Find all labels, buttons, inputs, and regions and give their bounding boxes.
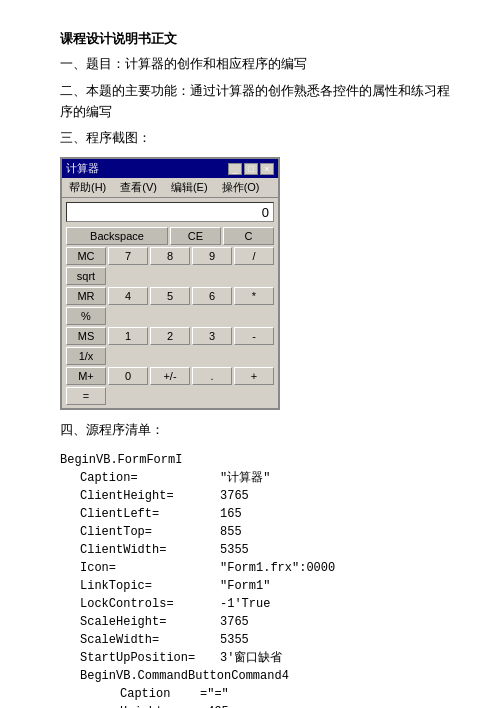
code-linktopic-val: "Form1"	[220, 577, 270, 595]
section-4: 四、源程序清单：	[60, 420, 450, 441]
btn-mr[interactable]: MR	[66, 287, 106, 305]
code-scalewidth-val: 5355	[220, 631, 249, 649]
btn-8[interactable]: 8	[150, 247, 190, 265]
code-caption-val: "计算器"	[220, 469, 270, 487]
code-clientheight-val: 3765	[220, 487, 249, 505]
section-1: 一、题目：计算器的创作和相应程序的编写	[60, 54, 450, 75]
code-icon-val: "Form1.frx":0000	[220, 559, 335, 577]
titlebar: 计算器 _ □ ×	[62, 159, 278, 178]
btn-backspace[interactable]: Backspace	[66, 227, 168, 245]
code-lockcontrols: LockControls= -1'True	[60, 595, 450, 613]
btn-equals[interactable]: =	[66, 387, 106, 405]
code-scalewidth-key: ScaleWidth=	[80, 631, 220, 649]
code-clientheight: ClientHeight= 3765	[60, 487, 450, 505]
menu-edit[interactable]: 编辑(E)	[168, 179, 211, 196]
code-scalewidth: ScaleWidth= 5355	[60, 631, 450, 649]
code-lockcontrols-val: -1'True	[220, 595, 270, 613]
section-3: 三、程序截图：	[60, 128, 450, 149]
menu-operation[interactable]: 操作(O)	[219, 179, 263, 196]
btn-multiply[interactable]: *	[234, 287, 274, 305]
calc-buttons: Backspace CE C MC 7 8 9 / sqrt MR 4 5 6 …	[62, 224, 278, 408]
btn-1[interactable]: 1	[108, 327, 148, 345]
code-clientleft: ClientLeft= 165	[60, 505, 450, 523]
calc-display: 0	[66, 202, 274, 222]
btn-sqrt[interactable]: sqrt	[66, 267, 106, 285]
btn-subtract[interactable]: -	[234, 327, 274, 345]
code-icon-key: Icon=	[80, 559, 220, 577]
code-cmd4-caption-val: ="="	[200, 685, 229, 703]
code-clientwidth-key: ClientWidth=	[80, 541, 220, 559]
code-clientheight-key: ClientHeight=	[80, 487, 220, 505]
btn-mc[interactable]: MC	[66, 247, 106, 265]
code-cmd4-caption: Caption ="="	[60, 685, 450, 703]
screenshot-area: 计算器 _ □ × 帮助(H) 查看(V) 编辑(E) 操作(O) 0 Back…	[60, 157, 450, 410]
menu-view[interactable]: 查看(V)	[117, 179, 160, 196]
btn-add[interactable]: +	[234, 367, 274, 385]
code-command4-begin-text: BeginVB.CommandButtonCommand4	[80, 667, 289, 685]
btn-ce[interactable]: CE	[170, 227, 221, 245]
code-clientleft-key: ClientLeft=	[80, 505, 220, 523]
btn-6[interactable]: 6	[192, 287, 232, 305]
code-lockcontrols-key: LockControls=	[80, 595, 220, 613]
btn-dot[interactable]: .	[192, 367, 232, 385]
btn-plusminus[interactable]: +/-	[150, 367, 190, 385]
btn-3[interactable]: 3	[192, 327, 232, 345]
menubar: 帮助(H) 查看(V) 编辑(E) 操作(O)	[62, 178, 278, 198]
btn-row-1: Backspace CE C	[66, 227, 274, 245]
window-controls: _ □ ×	[228, 163, 274, 175]
code-caption: Caption= "计算器"	[60, 469, 450, 487]
code-scaleheight-key: ScaleHeight=	[80, 613, 220, 631]
source-code-block: BeginVB.FormFormI Caption= "计算器" ClientH…	[60, 451, 450, 708]
btn-4[interactable]: 4	[108, 287, 148, 305]
btn-percent[interactable]: %	[66, 307, 106, 325]
code-begin-vb-text: BeginVB.FormFormI	[60, 451, 182, 469]
btn-c[interactable]: C	[223, 227, 274, 245]
code-begin-vb: BeginVB.FormFormI	[60, 451, 450, 469]
code-linktopic: LinkTopic= "Form1"	[60, 577, 450, 595]
btn-9[interactable]: 9	[192, 247, 232, 265]
btn-2[interactable]: 2	[150, 327, 190, 345]
code-caption-key: Caption=	[80, 469, 220, 487]
calculator-window: 计算器 _ □ × 帮助(H) 查看(V) 编辑(E) 操作(O) 0 Back…	[60, 157, 280, 410]
close-button[interactable]: ×	[260, 163, 274, 175]
code-icon: Icon= "Form1.frx":0000	[60, 559, 450, 577]
section-2: 二、本题的主要功能：通过计算器的创作熟悉各控件的属性和练习程序的编写	[60, 81, 450, 123]
btn-row-3: MR 4 5 6 * %	[66, 287, 274, 325]
code-clienttop-val: 855	[220, 523, 242, 541]
btn-divide[interactable]: /	[234, 247, 274, 265]
code-clienttop: ClientTop= 855	[60, 523, 450, 541]
btn-5[interactable]: 5	[150, 287, 190, 305]
btn-7[interactable]: 7	[108, 247, 148, 265]
btn-mplus[interactable]: M+	[66, 367, 106, 385]
window-title: 计算器	[66, 161, 99, 176]
code-cmd4-height-key: Height	[120, 703, 200, 708]
btn-row-5: M+ 0 +/- . + =	[66, 367, 274, 405]
code-clientwidth-val: 5355	[220, 541, 249, 559]
code-startupposition: StartUpPosition= 3'窗口缺省	[60, 649, 450, 667]
code-clienttop-key: ClientTop=	[80, 523, 220, 541]
btn-ms[interactable]: MS	[66, 327, 106, 345]
maximize-button[interactable]: □	[244, 163, 258, 175]
btn-row-4: MS 1 2 3 - 1/x	[66, 327, 274, 365]
btn-0[interactable]: 0	[108, 367, 148, 385]
code-clientwidth: ClientWidth= 5355	[60, 541, 450, 559]
minimize-button[interactable]: _	[228, 163, 242, 175]
code-cmd4-height: Height =495	[60, 703, 450, 708]
code-scaleheight: ScaleHeight= 3765	[60, 613, 450, 631]
code-startupposition-val: 3'窗口缺省	[220, 649, 282, 667]
code-cmd4-height-val: =495	[200, 703, 229, 708]
page-title: 课程设计说明书正文	[60, 30, 450, 48]
menu-help[interactable]: 帮助(H)	[66, 179, 109, 196]
btn-row-2: MC 7 8 9 / sqrt	[66, 247, 274, 285]
code-command4-begin: BeginVB.CommandButtonCommand4	[60, 667, 450, 685]
code-startupposition-key: StartUpPosition=	[80, 649, 220, 667]
code-linktopic-key: LinkTopic=	[80, 577, 220, 595]
code-scaleheight-val: 3765	[220, 613, 249, 631]
btn-reciprocal[interactable]: 1/x	[66, 347, 106, 365]
code-cmd4-caption-key: Caption	[120, 685, 200, 703]
code-clientleft-val: 165	[220, 505, 242, 523]
